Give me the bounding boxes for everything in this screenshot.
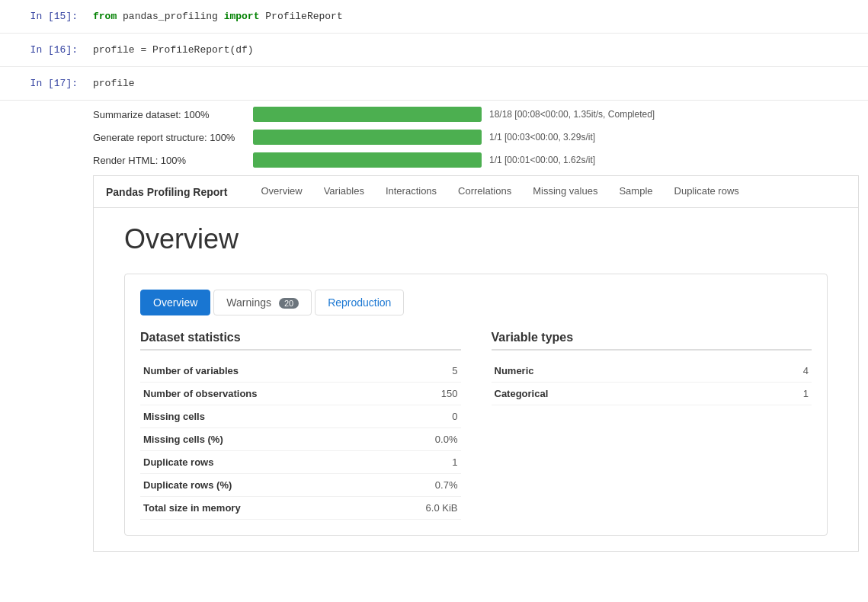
progress-bar-report-fill <box>253 130 482 145</box>
progress-stats-render: 1/1 [00:01<00:00, 1.62s/it] <box>489 155 595 165</box>
variable-types-section: Variable types Numeric 4 Categorica <box>492 331 812 520</box>
dataset-statistics-section: Dataset statistics Number of variables 5 <box>140 331 461 520</box>
nav-overview[interactable]: Overview <box>250 176 312 207</box>
cell-label-16: In [16]: <box>0 38 84 62</box>
output-cell-17: Summarize dataset: 100% 18/18 [00:08<00:… <box>0 101 868 564</box>
stat-label: Duplicate rows (%) <box>140 474 373 497</box>
stats-grid: Dataset statistics Number of variables 5 <box>140 331 812 520</box>
table-row: Duplicate rows (%) 0.7% <box>140 474 461 497</box>
dataset-stats-table: Number of variables 5 Number of observat… <box>140 360 461 520</box>
cell-label-17: In [17]: <box>0 72 84 95</box>
var-type-value: 1 <box>673 383 812 405</box>
stat-label: Missing cells <box>140 405 373 428</box>
tab-reproduction[interactable]: Reproduction <box>315 290 404 315</box>
code-text: profile <box>93 78 135 89</box>
var-type-label: Categorical <box>492 383 674 405</box>
stat-value: 6.0 KiB <box>373 497 461 520</box>
stat-label: Number of observations <box>140 383 373 405</box>
table-row: Number of observations 150 <box>140 383 461 405</box>
tab-overview[interactable]: Overview <box>140 290 210 315</box>
keyword-from: from <box>93 11 117 22</box>
table-row: Categorical 1 <box>492 383 812 405</box>
progress-row-render: Render HTML: 100% 1/1 [00:01<00:00, 1.62… <box>93 152 859 168</box>
warnings-badge: 20 <box>279 298 299 309</box>
cell-17: In [17]: profile <box>0 67 868 101</box>
tab-warnings[interactable]: Warnings 20 <box>213 290 312 315</box>
progress-row-report: Generate report structure: 100% 1/1 [00:… <box>93 130 859 145</box>
dataset-stats-heading: Dataset statistics <box>140 331 461 351</box>
code-text: ProfileReport <box>265 11 342 22</box>
report-body: Overview Overview Warnings 20 Reproducti… <box>94 208 858 551</box>
progress-label-summarize: Summarize dataset: 100% <box>93 109 253 120</box>
stat-label: Duplicate rows <box>140 451 373 474</box>
nav-interactions[interactable]: Interactions <box>375 176 447 207</box>
nav-sample[interactable]: Sample <box>608 176 663 207</box>
progress-label-render: Render HTML: 100% <box>93 155 253 166</box>
var-type-value: 4 <box>673 360 812 383</box>
cell-15: In [15]: from pandas_profiling import Pr… <box>0 0 868 34</box>
stat-value: 5 <box>373 360 461 383</box>
nav-missing-values[interactable]: Missing values <box>522 176 608 207</box>
progress-label-report: Generate report structure: 100% <box>93 132 253 143</box>
progress-row-summarize: Summarize dataset: 100% 18/18 [00:08<00:… <box>93 107 859 122</box>
stat-value: 0.0% <box>373 428 461 451</box>
nav-variables[interactable]: Variables <box>313 176 375 207</box>
table-row: Numeric 4 <box>492 360 812 383</box>
progress-stats-summarize: 18/18 [00:08<00:00, 1.35it/s, Completed] <box>489 109 655 120</box>
report-nav: Pandas Profiling Report Overview Variabl… <box>94 176 858 208</box>
progress-bar-report-wrap <box>253 130 482 145</box>
report-title: Pandas Profiling Report <box>106 177 242 207</box>
var-type-label: Numeric <box>492 360 674 383</box>
progress-bar-summarize-fill <box>253 107 482 122</box>
stat-value: 0.7% <box>373 474 461 497</box>
output-content: Summarize dataset: 100% 18/18 [00:08<00:… <box>84 101 868 564</box>
progress-stats-report: 1/1 [00:03<00:00, 3.29s/it] <box>489 132 595 142</box>
cell-code-17[interactable]: profile <box>84 72 868 95</box>
report-container: Pandas Profiling Report Overview Variabl… <box>93 175 859 552</box>
cell-16: In [16]: profile = ProfileReport(df) <box>0 34 868 67</box>
stat-value: 1 <box>373 451 461 474</box>
stat-value: 0 <box>373 405 461 428</box>
section-overview-title: Overview <box>124 223 828 255</box>
output-label <box>0 101 84 564</box>
stat-value: 150 <box>373 383 461 405</box>
table-row: Missing cells 0 <box>140 405 461 428</box>
variable-types-table: Numeric 4 Categorical 1 <box>492 360 812 405</box>
stat-label: Missing cells (%) <box>140 428 373 451</box>
stat-label: Number of variables <box>140 360 373 383</box>
table-row: Number of variables 5 <box>140 360 461 383</box>
overview-tabs-container: Overview Warnings 20 Reproduction Datase… <box>124 274 828 536</box>
table-row: Missing cells (%) 0.0% <box>140 428 461 451</box>
progress-bar-render-wrap <box>253 152 482 168</box>
keyword-import: import <box>224 11 260 22</box>
nav-correlations[interactable]: Correlations <box>447 176 522 207</box>
progress-bar-summarize-wrap <box>253 107 482 122</box>
code-text: profile = ProfileReport(df) <box>93 44 254 56</box>
nav-duplicate-rows[interactable]: Duplicate rows <box>664 176 750 207</box>
variable-types-heading: Variable types <box>492 331 812 351</box>
cell-code-16[interactable]: profile = ProfileReport(df) <box>84 38 868 62</box>
progress-bar-render-fill <box>253 152 482 168</box>
overview-tabs: Overview Warnings 20 Reproduction <box>140 290 812 315</box>
code-text: pandas_profiling <box>123 11 224 22</box>
cell-code-15[interactable]: from pandas_profiling import ProfileRepo… <box>84 5 868 28</box>
cell-label-15: In [15]: <box>0 5 84 28</box>
table-row: Duplicate rows 1 <box>140 451 461 474</box>
table-row: Total size in memory 6.0 KiB <box>140 497 461 520</box>
stat-label: Total size in memory <box>140 497 373 520</box>
